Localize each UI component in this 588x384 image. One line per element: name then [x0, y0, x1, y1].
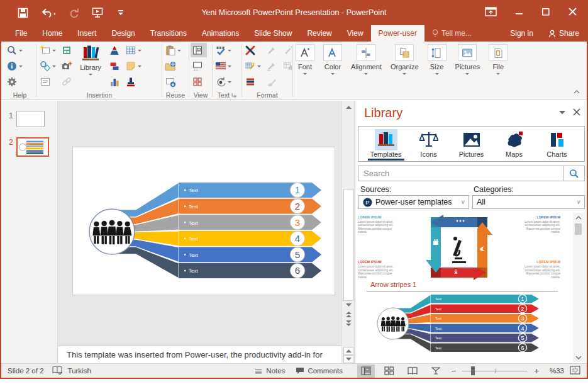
notes-scroll-down-button[interactable]: [343, 355, 353, 363]
text-box-button[interactable]: [38, 74, 57, 89]
alignment-menu-button[interactable]: Alignment: [347, 43, 386, 78]
zoom-slider[interactable]: [462, 364, 528, 377]
template-preview-arrow-stripes[interactable]: Text 1 Text 2 Text 3 Text 4 Text 5 Text: [368, 294, 560, 353]
sticky-note-button[interactable]: [124, 59, 143, 73]
thumbnail-slide-2[interactable]: 2: [4, 137, 57, 157]
tab-power-user[interactable]: Power-user: [371, 25, 424, 42]
results-scrollbar[interactable]: [573, 213, 584, 362]
collapse-ribbon-button[interactable]: [573, 88, 580, 96]
link-icon[interactable]: [60, 74, 74, 89]
previous-slide-button[interactable]: [343, 310, 353, 319]
spell-check-status-icon[interactable]: [52, 366, 62, 376]
pane-close-icon[interactable]: [573, 108, 580, 116]
language-status[interactable]: Turkish: [68, 367, 91, 375]
notes-scroll-up-button[interactable]: [343, 347, 353, 355]
normal-view-button[interactable]: [357, 364, 375, 378]
results-scroll-up-icon[interactable]: [573, 213, 584, 222]
format-stripes-button[interactable]: [243, 74, 262, 89]
slide-1-preview[interactable]: [16, 111, 45, 127]
scroll-down-button[interactable]: [343, 301, 353, 309]
fit-slide-button[interactable]: [570, 366, 580, 376]
tab-insert[interactable]: Insert: [70, 25, 104, 42]
library-tab-charts[interactable]: Charts: [539, 129, 575, 161]
translate-button[interactable]: [214, 74, 240, 89]
library-tab-maps[interactable]: Maps: [496, 129, 533, 161]
font-menu-button[interactable]: Font: [291, 43, 319, 78]
tab-transitions[interactable]: Transitions: [143, 25, 194, 42]
spell-check-button[interactable]: [214, 43, 240, 57]
library-tab-templates[interactable]: Templates: [368, 129, 404, 161]
zoom-level[interactable]: %33: [545, 367, 564, 375]
search-button[interactable]: [563, 166, 584, 181]
size-menu-button[interactable]: Size: [423, 43, 451, 78]
color-menu-button[interactable]: Color: [319, 43, 347, 78]
redo-icon[interactable]: [69, 8, 79, 18]
tab-review[interactable]: Review: [299, 25, 339, 42]
brush-icon[interactable]: [265, 74, 279, 89]
library-button[interactable]: Library: [76, 43, 105, 89]
tell-me-box[interactable]: Tell me...: [424, 25, 479, 42]
format-tools-button[interactable]: [243, 43, 262, 57]
export-slide-button[interactable]: [164, 74, 187, 89]
new-slide-button[interactable]: [38, 43, 57, 57]
tab-view[interactable]: View: [340, 25, 371, 42]
template-preview-cycle[interactable]: LOREM IPSUMLorem ipsum dolor sit amet, c…: [358, 215, 565, 280]
notes-pane[interactable]: This template was inserted from Power-us…: [58, 346, 341, 363]
slide-canvas[interactable]: Text 1 Text 2 Text 3 Text 4 Text: [72, 147, 335, 295]
settings-gear-icon[interactable]: [5, 74, 35, 89]
dialog-launcher-icon[interactable]: [231, 93, 236, 98]
zoom-slider-thumb[interactable]: [471, 366, 475, 375]
results-scroll-down-icon[interactable]: [573, 353, 584, 362]
maximize-button[interactable]: [542, 7, 550, 18]
tab-slide-show[interactable]: Slide Show: [247, 25, 299, 42]
minimize-button[interactable]: [516, 7, 523, 18]
tab-home[interactable]: Home: [35, 25, 70, 42]
save-icon[interactable]: [18, 8, 28, 18]
comments-toggle[interactable]: Comments: [296, 367, 343, 375]
stamp-button[interactable]: [124, 74, 143, 89]
arrow-stripes-diagram[interactable]: Text 1 Text 2 Text 3 Text 4 Text: [73, 147, 335, 295]
camera-add-button[interactable]: [60, 59, 74, 73]
paste-template-button[interactable]: [164, 43, 187, 57]
scrollbar-thumb[interactable]: [343, 189, 353, 301]
grid-view-button[interactable]: [191, 74, 207, 89]
mini-chart-button[interactable]: [108, 74, 121, 89]
thumbnail-slide-1[interactable]: 1: [4, 111, 57, 127]
file-menu-button[interactable]: File: [484, 43, 512, 78]
import-online-button[interactable]: [164, 59, 187, 73]
format-table-button[interactable]: [243, 59, 262, 73]
layout-button[interactable]: [60, 43, 74, 57]
reading-view-button[interactable]: [404, 364, 421, 378]
library-tab-pictures[interactable]: Pictures: [453, 129, 490, 161]
scroll-up-button[interactable]: [343, 103, 353, 111]
share-button[interactable]: Share: [541, 25, 587, 42]
language-flag-button[interactable]: [214, 59, 240, 73]
notes-page-view-button[interactable]: [191, 59, 207, 73]
sign-in-button[interactable]: Sign in: [502, 25, 541, 42]
slide-show-view-button[interactable]: [427, 364, 445, 378]
start-slideshow-icon[interactable]: [92, 7, 104, 18]
customize-qat-icon[interactable]: [117, 9, 125, 16]
info-button[interactable]: [5, 59, 35, 73]
tab-file[interactable]: File: [8, 25, 35, 42]
slide-2-preview[interactable]: [16, 137, 49, 157]
undo-button[interactable]: [41, 8, 56, 18]
zoom-out-button[interactable]: −: [450, 366, 457, 376]
shapes-button[interactable]: [38, 59, 57, 73]
next-slide-button[interactable]: [343, 319, 353, 327]
organize-menu-button[interactable]: Organize: [386, 43, 423, 78]
template-name[interactable]: Arrow stripes 1: [370, 281, 416, 288]
slide-indicator[interactable]: Slide 2 of 2: [8, 367, 44, 375]
zoom-in-button[interactable]: +: [533, 366, 540, 376]
table-button[interactable]: [124, 43, 143, 57]
eyedropper-icon[interactable]: [265, 43, 279, 57]
pictures-menu-button[interactable]: Pictures: [451, 43, 485, 78]
tab-design[interactable]: Design: [104, 25, 142, 42]
normal-view-ribbon-button[interactable]: [191, 43, 207, 57]
slide-sorter-view-button[interactable]: [380, 364, 398, 378]
eyedropper-alt-icon[interactable]: [265, 59, 279, 73]
categories-dropdown[interactable]: All ˅: [472, 195, 585, 209]
close-button[interactable]: [569, 7, 577, 18]
ribbon-display-options-icon[interactable]: [485, 7, 497, 19]
search-input[interactable]: [358, 166, 563, 181]
